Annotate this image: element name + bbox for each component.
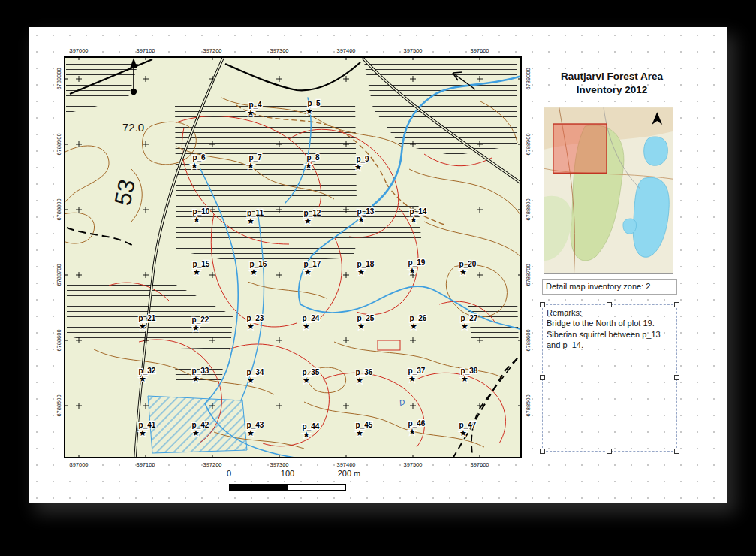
map-annotation: 72.0: [122, 121, 144, 134]
svg-text:p_6: p_6: [192, 153, 206, 162]
map-annotation: 53: [110, 177, 140, 207]
svg-text:p_10: p_10: [193, 207, 210, 216]
svg-text:p_36: p_36: [356, 368, 373, 376]
svg-text:★: ★: [408, 427, 416, 437]
svg-text:★: ★: [247, 216, 255, 226]
svg-text:★: ★: [304, 267, 312, 277]
svg-text:p_20: p_20: [459, 260, 477, 268]
selection-handle[interactable]: [674, 449, 679, 454]
svg-text:★: ★: [408, 266, 416, 276]
svg-text:p_12: p_12: [304, 209, 321, 217]
svg-text:p_45: p_45: [356, 421, 373, 429]
svg-text:p_23: p_23: [247, 314, 264, 322]
overview-map: [544, 107, 673, 273]
svg-text:p_11: p_11: [247, 209, 264, 217]
remarks-item[interactable]: Remarks: Bridge to the North of plot 19.…: [542, 304, 677, 452]
scalebar-item[interactable]: [229, 484, 346, 491]
grid-coordinate-label: 397600: [470, 461, 489, 468]
scalebar-segment: [288, 485, 346, 490]
title-line2: Inventory 2012: [541, 83, 683, 97]
grid-coordinate-label: 6788500: [525, 394, 532, 416]
svg-text:p_38: p_38: [461, 367, 478, 375]
svg-text:★: ★: [356, 428, 363, 438]
svg-text:p_43: p_43: [247, 421, 264, 429]
selection-handle[interactable]: [674, 302, 679, 307]
svg-text:★: ★: [461, 322, 468, 331]
grid-coordinate-label: 397400: [336, 47, 355, 54]
selection-handle[interactable]: [540, 449, 545, 454]
svg-text:★: ★: [408, 374, 416, 384]
main-map-item[interactable]: 72.053D ★p_4★p_5★p_6★p_7★p_8★p_9★p_10★p_…: [64, 56, 522, 458]
layout-page: 72.053D ★p_4★p_5★p_6★p_7★p_8★p_9★p_10★p_…: [29, 27, 727, 503]
svg-text:★: ★: [247, 322, 255, 331]
grid-coordinate-label: 6788800: [56, 198, 62, 220]
svg-text:p_46: p_46: [408, 419, 426, 428]
scalebar-segment: [230, 485, 288, 490]
svg-text:p_47: p_47: [459, 421, 477, 429]
svg-text:★: ★: [356, 376, 363, 385]
svg-text:★: ★: [193, 267, 200, 277]
svg-text:★: ★: [303, 376, 310, 385]
grid-coordinate-label: 6788900: [525, 133, 532, 155]
svg-text:★: ★: [191, 161, 198, 171]
layout-title[interactable]: Rautjarvi Forest Area Inventory 2012: [541, 70, 683, 96]
svg-text:★: ★: [247, 161, 255, 171]
grid-coordinate-label: 6789000: [525, 68, 532, 89]
grid-coordinate-label: 397400: [336, 461, 355, 468]
svg-text:★: ★: [139, 374, 146, 384]
grid-coordinate-label: 397500: [403, 461, 422, 468]
svg-text:★: ★: [410, 322, 417, 331]
svg-text:p_14: p_14: [410, 207, 427, 216]
selection-handle[interactable]: [607, 449, 612, 454]
grid-coordinate-label: 397200: [203, 47, 221, 54]
svg-text:p_33: p_33: [192, 367, 209, 375]
detail-zone-text: Detail map inventory zone: 2: [546, 282, 650, 291]
svg-text:p_41: p_41: [139, 421, 156, 429]
selection-handle[interactable]: [674, 375, 679, 380]
svg-text:p_8: p_8: [306, 153, 320, 162]
overview-lake: [644, 137, 668, 165]
overview-map-item[interactable]: [544, 107, 673, 274]
svg-text:★: ★: [304, 216, 312, 226]
grid-coordinate-label: 397300: [270, 461, 288, 468]
svg-text:p_42: p_42: [192, 421, 209, 429]
grid-coordinate-label: 397500: [403, 47, 422, 54]
selection-handle[interactable]: [607, 302, 612, 307]
title-line1: Rautjarvi Forest Area: [541, 70, 683, 83]
svg-text:★: ★: [192, 323, 200, 333]
svg-text:★: ★: [247, 428, 255, 438]
grid-coordinate-label: 397600: [470, 47, 489, 54]
svg-text:★: ★: [305, 161, 312, 171]
svg-text:★: ★: [357, 267, 365, 277]
svg-text:p_7: p_7: [248, 153, 262, 162]
svg-text:p_21: p_21: [139, 314, 156, 322]
svg-text:p_9: p_9: [356, 155, 369, 163]
overview-extent-highlight: [553, 124, 607, 173]
grid-coordinate-label: 6788500: [56, 394, 62, 416]
svg-text:p_25: p_25: [357, 314, 375, 322]
grid-coordinate-label: 397000: [69, 47, 88, 54]
svg-text:★: ★: [192, 428, 200, 438]
grid-coordinate-label: 397300: [270, 47, 288, 54]
svg-text:★: ★: [303, 322, 310, 331]
selection-handle[interactable]: [540, 302, 545, 307]
overview-lake: [623, 219, 637, 234]
detail-map[interactable]: 72.053D ★p_4★p_5★p_6★p_7★p_8★p_9★p_10★p_…: [64, 56, 522, 458]
scalebar-label-0: 0: [227, 469, 231, 478]
svg-text:★: ★: [459, 267, 467, 277]
detail-zone-label-item[interactable]: Detail map inventory zone: 2: [542, 279, 677, 295]
remarks-line: Siberian squirrel between p_13 and p_14.: [547, 329, 673, 351]
selection-handle[interactable]: [540, 375, 545, 380]
svg-text:p_19: p_19: [408, 258, 426, 267]
remarks-line: Bridge to the North of plot 19.: [547, 318, 673, 328]
svg-text:p_4: p_4: [248, 101, 262, 109]
svg-text:p_26: p_26: [410, 314, 427, 322]
svg-text:★: ★: [139, 428, 146, 438]
svg-text:p_16: p_16: [250, 260, 267, 268]
svg-text:★: ★: [247, 108, 255, 118]
svg-text:p_13: p_13: [357, 207, 375, 216]
svg-text:★: ★: [193, 215, 200, 225]
svg-text:p_17: p_17: [304, 260, 321, 268]
svg-text:★: ★: [192, 374, 200, 384]
grid-coordinate-label: 6788600: [525, 329, 532, 351]
